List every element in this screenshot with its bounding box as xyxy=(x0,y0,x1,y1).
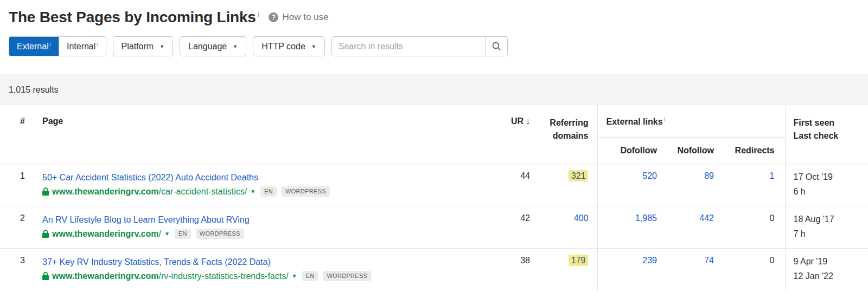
lock-icon xyxy=(42,187,49,196)
row-index: 1 xyxy=(0,164,34,206)
page-title: The Best Pages by Incoming Linksi xyxy=(9,9,259,26)
search-group xyxy=(331,36,508,56)
url-expand-caret[interactable]: ▼ xyxy=(292,270,297,282)
column-header-dofollow[interactable]: Dofollow xyxy=(598,137,666,164)
ur-value: 44 xyxy=(481,164,530,206)
chevron-down-icon: ▼ xyxy=(311,44,316,49)
page-url-path[interactable]: /rv-industry-statistics-trends-facts/ xyxy=(158,270,288,282)
platform-badge: WORDPRESS xyxy=(196,229,244,239)
last-check-value: 6 h xyxy=(794,184,868,199)
first-seen-cell: 18 Aug '17 7 h xyxy=(785,206,868,248)
first-seen-value: 9 Apr '19 xyxy=(794,254,868,269)
dofollow-value[interactable]: 1,985 xyxy=(635,213,657,223)
page-url-path[interactable]: / xyxy=(158,228,161,240)
column-header-first-seen[interactable]: First seenLast check xyxy=(785,105,868,164)
title-info-marker[interactable]: i xyxy=(258,10,259,18)
chevron-down-icon: ▼ xyxy=(159,44,164,49)
language-dropdown[interactable]: Language▼ xyxy=(180,36,246,56)
tab-external[interactable]: Externali xyxy=(9,37,59,56)
last-check-value: 7 h xyxy=(794,226,868,241)
external-links-info-marker[interactable]: i xyxy=(664,116,665,122)
external-info-marker: i xyxy=(50,41,51,47)
page-title-link[interactable]: 37+ Key RV Industry Statistics, Trends &… xyxy=(42,257,271,267)
row-index: 2 xyxy=(0,206,34,248)
column-header-page[interactable]: Page xyxy=(34,105,481,164)
results-count: 1,015 results xyxy=(9,85,59,95)
column-header-ur[interactable]: UR↓ xyxy=(481,105,530,164)
search-button[interactable] xyxy=(486,36,508,56)
row-index: 3 xyxy=(0,248,34,290)
search-input[interactable] xyxy=(331,36,486,56)
first-seen-cell: 9 Apr '19 12 Jan '22 xyxy=(785,248,868,290)
platform-badge: WORDPRESS xyxy=(282,186,330,197)
first-seen-value: 18 Aug '17 xyxy=(794,212,868,226)
language-badge: EN xyxy=(302,271,318,281)
lock-icon xyxy=(42,272,49,280)
first-seen-cell: 17 Oct '19 6 h xyxy=(785,164,868,206)
http-code-dropdown[interactable]: HTTP code▼ xyxy=(253,36,325,56)
search-icon xyxy=(492,42,501,51)
column-header-nofollow[interactable]: Nofollow xyxy=(666,137,723,164)
chevron-down-icon: ▼ xyxy=(233,44,238,49)
best-pages-table: # Page UR↓ Referringdomains External lin… xyxy=(0,105,868,290)
column-header-referring-domains[interactable]: Referringdomains xyxy=(530,105,598,164)
question-icon: ? xyxy=(269,12,278,22)
last-check-value: 12 Jan '22 xyxy=(794,269,868,283)
table-row: 1 50+ Car Accident Statistics (2022) Aut… xyxy=(0,164,868,206)
language-badge: EN xyxy=(260,186,277,197)
table-row: 2 An RV Lifestyle Blog to Learn Everythi… xyxy=(0,206,868,248)
page-title-link[interactable]: An RV Lifestyle Blog to Learn Everything… xyxy=(42,215,250,224)
ur-value: 38 xyxy=(481,248,530,290)
url-expand-caret[interactable]: ▼ xyxy=(250,186,256,198)
page-url-domain[interactable]: www.thewanderingrv.com xyxy=(52,186,158,198)
sort-desc-icon: ↓ xyxy=(526,116,530,126)
first-seen-value: 17 Oct '19 xyxy=(794,170,868,184)
how-to-use-link[interactable]: ? How to use xyxy=(269,12,328,23)
redirects-value[interactable]: 1 xyxy=(770,171,775,180)
column-group-external-links: External linksi xyxy=(598,105,785,137)
url-expand-caret[interactable]: ▼ xyxy=(164,228,170,240)
nofollow-value[interactable]: 89 xyxy=(704,171,714,180)
dofollow-value[interactable]: 239 xyxy=(642,256,657,265)
page-url-domain[interactable]: www.thewanderingrv.com xyxy=(52,228,158,240)
internal-info-marker: i xyxy=(97,41,98,47)
redirects-value[interactable]: 0 xyxy=(770,256,775,265)
lock-icon xyxy=(42,230,49,238)
page-url-domain[interactable]: www.thewanderingrv.com xyxy=(52,270,158,282)
ur-value: 42 xyxy=(481,206,530,248)
nofollow-value[interactable]: 442 xyxy=(699,213,714,223)
nofollow-value[interactable]: 74 xyxy=(704,256,714,265)
page-title-link[interactable]: 50+ Car Accident Statistics (2022) Auto … xyxy=(42,173,258,182)
filter-toolbar: Externali Internali Platform▼ Language▼ … xyxy=(9,36,859,56)
language-badge: EN xyxy=(175,229,191,239)
platform-dropdown[interactable]: Platform▼ xyxy=(113,36,174,56)
table-row: 3 37+ Key RV Industry Statistics, Trends… xyxy=(0,248,868,290)
referring-domains-value[interactable]: 400 xyxy=(574,213,589,223)
dofollow-value[interactable]: 520 xyxy=(642,171,657,180)
page-url-path[interactable]: /car-accident-statistics/ xyxy=(158,186,247,198)
tab-internal[interactable]: Internali xyxy=(59,37,106,56)
link-type-segmented-control: Externali Internali xyxy=(9,36,106,56)
how-to-use-label[interactable]: How to use xyxy=(282,12,328,23)
column-header-redirects[interactable]: Redirects xyxy=(723,137,785,164)
referring-domains-value[interactable]: 321 xyxy=(569,170,589,181)
referring-domains-value[interactable]: 179 xyxy=(569,255,589,266)
column-header-index: # xyxy=(0,105,34,164)
platform-badge: WORDPRESS xyxy=(323,271,371,281)
redirects-value[interactable]: 0 xyxy=(770,213,775,223)
results-count-bar: 1,015 results xyxy=(0,74,868,105)
